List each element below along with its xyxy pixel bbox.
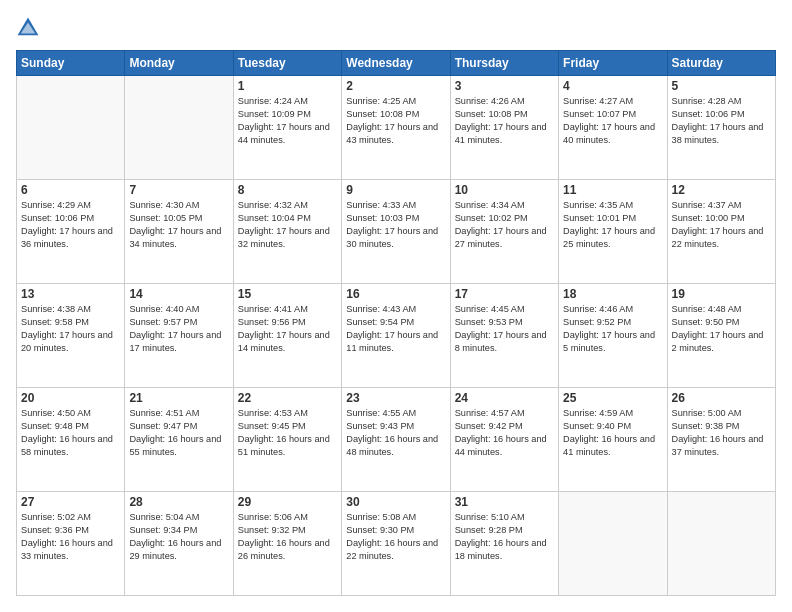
cell-info: Sunrise: 4:51 AM Sunset: 9:47 PM Dayligh… xyxy=(129,407,228,459)
cell-info: Sunrise: 4:30 AM Sunset: 10:05 PM Daylig… xyxy=(129,199,228,251)
day-number: 21 xyxy=(129,391,228,405)
day-number: 14 xyxy=(129,287,228,301)
day-number: 6 xyxy=(21,183,120,197)
cell-info: Sunrise: 5:10 AM Sunset: 9:28 PM Dayligh… xyxy=(455,511,554,563)
calendar-table: SundayMondayTuesdayWednesdayThursdayFrid… xyxy=(16,50,776,596)
calendar-header-row: SundayMondayTuesdayWednesdayThursdayFrid… xyxy=(17,51,776,76)
header xyxy=(16,16,776,40)
calendar-week-5: 27Sunrise: 5:02 AM Sunset: 9:36 PM Dayli… xyxy=(17,492,776,596)
calendar-cell: 17Sunrise: 4:45 AM Sunset: 9:53 PM Dayli… xyxy=(450,284,558,388)
day-number: 2 xyxy=(346,79,445,93)
day-number: 3 xyxy=(455,79,554,93)
logo-icon xyxy=(16,16,40,40)
calendar-cell: 2Sunrise: 4:25 AM Sunset: 10:08 PM Dayli… xyxy=(342,76,450,180)
cell-info: Sunrise: 4:41 AM Sunset: 9:56 PM Dayligh… xyxy=(238,303,337,355)
calendar-cell: 16Sunrise: 4:43 AM Sunset: 9:54 PM Dayli… xyxy=(342,284,450,388)
cell-info: Sunrise: 5:02 AM Sunset: 9:36 PM Dayligh… xyxy=(21,511,120,563)
calendar-cell: 5Sunrise: 4:28 AM Sunset: 10:06 PM Dayli… xyxy=(667,76,775,180)
cell-info: Sunrise: 4:45 AM Sunset: 9:53 PM Dayligh… xyxy=(455,303,554,355)
day-number: 20 xyxy=(21,391,120,405)
calendar-cell: 7Sunrise: 4:30 AM Sunset: 10:05 PM Dayli… xyxy=(125,180,233,284)
calendar-cell: 30Sunrise: 5:08 AM Sunset: 9:30 PM Dayli… xyxy=(342,492,450,596)
page: SundayMondayTuesdayWednesdayThursdayFrid… xyxy=(0,0,792,612)
calendar-cell: 15Sunrise: 4:41 AM Sunset: 9:56 PM Dayli… xyxy=(233,284,341,388)
day-number: 5 xyxy=(672,79,771,93)
day-number: 24 xyxy=(455,391,554,405)
cell-info: Sunrise: 4:35 AM Sunset: 10:01 PM Daylig… xyxy=(563,199,662,251)
calendar-cell: 10Sunrise: 4:34 AM Sunset: 10:02 PM Dayl… xyxy=(450,180,558,284)
day-number: 27 xyxy=(21,495,120,509)
calendar-cell: 8Sunrise: 4:32 AM Sunset: 10:04 PM Dayli… xyxy=(233,180,341,284)
calendar-cell: 26Sunrise: 5:00 AM Sunset: 9:38 PM Dayli… xyxy=(667,388,775,492)
calendar-cell: 11Sunrise: 4:35 AM Sunset: 10:01 PM Dayl… xyxy=(559,180,667,284)
calendar-cell: 20Sunrise: 4:50 AM Sunset: 9:48 PM Dayli… xyxy=(17,388,125,492)
cell-info: Sunrise: 4:50 AM Sunset: 9:48 PM Dayligh… xyxy=(21,407,120,459)
calendar-cell: 25Sunrise: 4:59 AM Sunset: 9:40 PM Dayli… xyxy=(559,388,667,492)
day-number: 31 xyxy=(455,495,554,509)
calendar-cell: 31Sunrise: 5:10 AM Sunset: 9:28 PM Dayli… xyxy=(450,492,558,596)
day-number: 13 xyxy=(21,287,120,301)
calendar-cell: 29Sunrise: 5:06 AM Sunset: 9:32 PM Dayli… xyxy=(233,492,341,596)
cell-info: Sunrise: 4:33 AM Sunset: 10:03 PM Daylig… xyxy=(346,199,445,251)
day-number: 7 xyxy=(129,183,228,197)
calendar-cell: 24Sunrise: 4:57 AM Sunset: 9:42 PM Dayli… xyxy=(450,388,558,492)
calendar-cell: 21Sunrise: 4:51 AM Sunset: 9:47 PM Dayli… xyxy=(125,388,233,492)
day-number: 23 xyxy=(346,391,445,405)
calendar-cell: 1Sunrise: 4:24 AM Sunset: 10:09 PM Dayli… xyxy=(233,76,341,180)
calendar-cell: 28Sunrise: 5:04 AM Sunset: 9:34 PM Dayli… xyxy=(125,492,233,596)
cell-info: Sunrise: 4:29 AM Sunset: 10:06 PM Daylig… xyxy=(21,199,120,251)
calendar-cell: 4Sunrise: 4:27 AM Sunset: 10:07 PM Dayli… xyxy=(559,76,667,180)
calendar-week-1: 1Sunrise: 4:24 AM Sunset: 10:09 PM Dayli… xyxy=(17,76,776,180)
day-header-wednesday: Wednesday xyxy=(342,51,450,76)
cell-info: Sunrise: 4:55 AM Sunset: 9:43 PM Dayligh… xyxy=(346,407,445,459)
day-number: 10 xyxy=(455,183,554,197)
day-header-monday: Monday xyxy=(125,51,233,76)
cell-info: Sunrise: 4:53 AM Sunset: 9:45 PM Dayligh… xyxy=(238,407,337,459)
calendar-cell: 6Sunrise: 4:29 AM Sunset: 10:06 PM Dayli… xyxy=(17,180,125,284)
calendar-cell: 9Sunrise: 4:33 AM Sunset: 10:03 PM Dayli… xyxy=(342,180,450,284)
cell-info: Sunrise: 4:43 AM Sunset: 9:54 PM Dayligh… xyxy=(346,303,445,355)
cell-info: Sunrise: 4:25 AM Sunset: 10:08 PM Daylig… xyxy=(346,95,445,147)
day-number: 26 xyxy=(672,391,771,405)
cell-info: Sunrise: 4:40 AM Sunset: 9:57 PM Dayligh… xyxy=(129,303,228,355)
calendar-cell: 13Sunrise: 4:38 AM Sunset: 9:58 PM Dayli… xyxy=(17,284,125,388)
cell-info: Sunrise: 5:06 AM Sunset: 9:32 PM Dayligh… xyxy=(238,511,337,563)
day-number: 15 xyxy=(238,287,337,301)
day-number: 17 xyxy=(455,287,554,301)
day-number: 30 xyxy=(346,495,445,509)
day-header-saturday: Saturday xyxy=(667,51,775,76)
calendar-cell: 22Sunrise: 4:53 AM Sunset: 9:45 PM Dayli… xyxy=(233,388,341,492)
calendar-cell xyxy=(559,492,667,596)
day-number: 28 xyxy=(129,495,228,509)
day-number: 4 xyxy=(563,79,662,93)
cell-info: Sunrise: 4:48 AM Sunset: 9:50 PM Dayligh… xyxy=(672,303,771,355)
day-header-tuesday: Tuesday xyxy=(233,51,341,76)
calendar-cell: 18Sunrise: 4:46 AM Sunset: 9:52 PM Dayli… xyxy=(559,284,667,388)
day-number: 12 xyxy=(672,183,771,197)
day-number: 9 xyxy=(346,183,445,197)
cell-info: Sunrise: 4:24 AM Sunset: 10:09 PM Daylig… xyxy=(238,95,337,147)
calendar-cell: 27Sunrise: 5:02 AM Sunset: 9:36 PM Dayli… xyxy=(17,492,125,596)
day-number: 8 xyxy=(238,183,337,197)
day-number: 18 xyxy=(563,287,662,301)
cell-info: Sunrise: 4:57 AM Sunset: 9:42 PM Dayligh… xyxy=(455,407,554,459)
calendar-cell xyxy=(667,492,775,596)
calendar-cell xyxy=(17,76,125,180)
day-number: 11 xyxy=(563,183,662,197)
day-number: 16 xyxy=(346,287,445,301)
cell-info: Sunrise: 4:46 AM Sunset: 9:52 PM Dayligh… xyxy=(563,303,662,355)
cell-info: Sunrise: 4:37 AM Sunset: 10:00 PM Daylig… xyxy=(672,199,771,251)
cell-info: Sunrise: 4:26 AM Sunset: 10:08 PM Daylig… xyxy=(455,95,554,147)
cell-info: Sunrise: 4:59 AM Sunset: 9:40 PM Dayligh… xyxy=(563,407,662,459)
logo xyxy=(16,16,44,40)
calendar-cell xyxy=(125,76,233,180)
calendar-week-4: 20Sunrise: 4:50 AM Sunset: 9:48 PM Dayli… xyxy=(17,388,776,492)
calendar-cell: 12Sunrise: 4:37 AM Sunset: 10:00 PM Dayl… xyxy=(667,180,775,284)
cell-info: Sunrise: 5:00 AM Sunset: 9:38 PM Dayligh… xyxy=(672,407,771,459)
calendar-cell: 14Sunrise: 4:40 AM Sunset: 9:57 PM Dayli… xyxy=(125,284,233,388)
calendar-cell: 23Sunrise: 4:55 AM Sunset: 9:43 PM Dayli… xyxy=(342,388,450,492)
day-number: 25 xyxy=(563,391,662,405)
cell-info: Sunrise: 4:28 AM Sunset: 10:06 PM Daylig… xyxy=(672,95,771,147)
cell-info: Sunrise: 4:38 AM Sunset: 9:58 PM Dayligh… xyxy=(21,303,120,355)
calendar-week-3: 13Sunrise: 4:38 AM Sunset: 9:58 PM Dayli… xyxy=(17,284,776,388)
